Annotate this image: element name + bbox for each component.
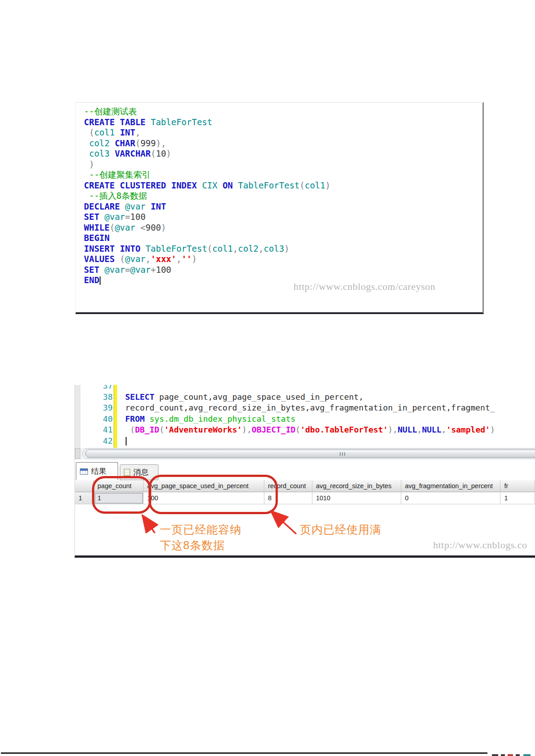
code-line[interactable]: 42 (75, 436, 535, 447)
code-token: ), (388, 425, 398, 434)
code-token (140, 244, 145, 253)
code-token: --插入8条数据 (89, 191, 147, 201)
code-token (233, 180, 238, 190)
column-header-avg_page_space_used_in_percent[interactable]: avg_page_space_used_in_percent (144, 480, 264, 492)
code-token: ) (166, 149, 171, 158)
code-token (125, 425, 130, 434)
scrollbar-thumb[interactable] (85, 450, 535, 458)
code-token: 100 (130, 212, 145, 222)
code-token: = (125, 265, 130, 275)
tab-messages[interactable]: 消息 (120, 464, 158, 480)
code-token (84, 149, 89, 158)
code-line[interactable]: 37 (75, 385, 535, 392)
code-token: 'dbo.TableForTest' (300, 425, 388, 434)
column-header-avg_fragmentation_in_percent[interactable]: avg_fragmentation_in_percent (401, 480, 500, 492)
code-token: ( (300, 180, 305, 190)
grid-cell[interactable]: 1 (94, 492, 144, 504)
results-grid: page_countavg_page_space_used_in_percent… (75, 480, 535, 504)
code-token: DB_ID (135, 425, 159, 434)
column-header-avg_record_size_in_bytes[interactable]: avg_record_size_in_bytes (312, 480, 401, 492)
code-line[interactable]: 39record_count,avg_record_size_in_bytes,… (75, 402, 535, 414)
horizontal-scrollbar[interactable] (75, 448, 535, 459)
scrollbar-track[interactable] (82, 448, 535, 459)
code-line[interactable]: VALUES (@var,'xxx','') (84, 254, 478, 265)
code-line[interactable]: --插入8条数据 (84, 191, 478, 201)
code-line[interactable]: DECLARE @var INT (84, 201, 478, 212)
code-token: ), (242, 425, 252, 434)
column-header-fr[interactable]: fr (500, 480, 535, 492)
grid-data-row: 111008101001 (75, 492, 535, 504)
code-token: 100 (156, 265, 171, 275)
code-token: 'AdventureWorks' (164, 425, 242, 434)
code-token: CREATE TABLE (84, 117, 145, 127)
code-token: @var (125, 254, 146, 264)
column-header-page_count[interactable]: page_count (94, 480, 144, 492)
code-line[interactable]: col3 VARCHAR(10) (84, 149, 478, 159)
code-line[interactable]: --创建测试表 (84, 106, 478, 117)
annotation-right: 页内已经使用满 (300, 522, 382, 537)
code-token: SELECT (125, 392, 154, 402)
code-token: , (145, 254, 150, 264)
code-token: ( (120, 254, 125, 264)
code-line[interactable]: 41 (DB_ID('AdventureWorks'),OBJECT_ID('d… (75, 424, 535, 436)
code-token (120, 201, 125, 211)
clipped-text-fragment (508, 754, 513, 756)
code-token: ( (135, 138, 140, 148)
code-token: SET (84, 265, 99, 275)
code-line[interactable]: 40FROM sys.dm_db_index_physical_stats (75, 414, 535, 425)
code-token (217, 180, 222, 190)
text-cursor (100, 276, 101, 285)
code-line[interactable]: CREATE CLUSTERED INDEX CIX ON TableForTe… (84, 180, 478, 191)
code-token: 'xxx' (151, 254, 176, 264)
code-token (84, 127, 89, 137)
code-token (84, 170, 89, 179)
code-line[interactable]: --创建聚集索引 (84, 170, 478, 180)
code-line[interactable]: SET @var=@var+100 (84, 265, 478, 275)
code-line[interactable]: INSERT INTO TableForTest(col1,col2,col3) (84, 244, 478, 254)
grid-cell[interactable]: 100 (144, 492, 264, 504)
sql-code-editor[interactable]: --创建测试表CREATE TABLE TableForTest (col1 I… (84, 106, 478, 286)
scrollbar-grip (342, 452, 343, 456)
code-line[interactable]: SET @var=100 (84, 212, 478, 223)
code-token: col2 (89, 138, 110, 148)
grid-corner-cell[interactable] (75, 480, 94, 492)
code-token (145, 414, 149, 424)
grid-cell[interactable]: 1 (500, 492, 535, 504)
code-line[interactable]: BEGIN (84, 233, 478, 244)
code-token: ( (295, 425, 300, 434)
code-line[interactable]: 38SELECT page_count,avg_page_space_used_… (75, 392, 535, 403)
code-line[interactable]: CREATE TABLE TableForTest (84, 117, 478, 128)
row-header[interactable]: 1 (75, 492, 94, 504)
code-token: CREATE CLUSTERED INDEX (84, 180, 197, 190)
query-editor[interactable]: 3738SELECT page_count,avg_page_space_use… (75, 385, 535, 448)
code-token: + (151, 265, 156, 275)
code-token: ( (130, 425, 135, 434)
code-token: , (442, 425, 447, 434)
code-token: OBJECT_ID (252, 425, 296, 434)
grid-cell[interactable]: 8 (264, 492, 312, 504)
code-line[interactable]: WHILE(@var <900) (84, 223, 478, 233)
code-text: SELECT page_count,avg_page_space_used_in… (125, 392, 364, 403)
clipped-text-fragment (523, 754, 531, 756)
tab-results[interactable]: 结果 (76, 462, 118, 480)
code-token: 10 (156, 149, 166, 158)
line-number: 38 (75, 392, 113, 403)
line-number: 42 (75, 436, 113, 447)
code-token: --创建测试表 (84, 106, 137, 116)
code-line[interactable]: col2 CHAR(999), (84, 138, 478, 149)
code-token: TableForTest (238, 180, 299, 190)
grid-cell[interactable]: 0 (401, 492, 500, 504)
code-token: col1 (305, 180, 325, 190)
column-header-record_count[interactable]: record_count (264, 480, 312, 492)
code-token (84, 191, 89, 201)
code-token: WHILE (84, 223, 110, 232)
grid-cell[interactable]: 1010 (312, 492, 401, 504)
watermark-url: http://www.cnblogs.com/careyson (294, 281, 435, 293)
code-token: ) (284, 244, 289, 253)
code-token: --创建聚集索引 (89, 170, 150, 179)
code-token: @var (115, 223, 136, 232)
tab-results-label: 结果 (91, 466, 106, 476)
code-line[interactable]: ) (84, 159, 478, 170)
code-token: VALUES (84, 254, 115, 264)
code-line[interactable]: (col1 INT, (84, 127, 478, 138)
